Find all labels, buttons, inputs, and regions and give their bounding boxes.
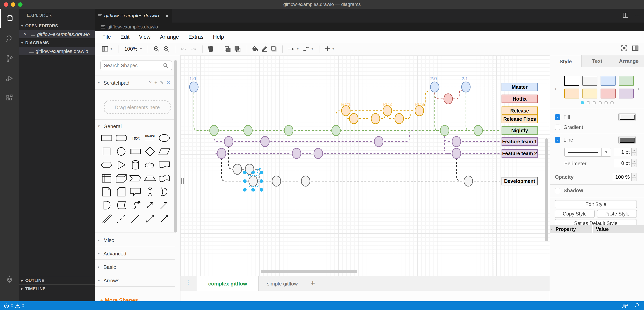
breadcrumb[interactable]: gitflow-examples.drawio (95, 23, 644, 31)
more-actions-icon[interactable]: ⋯ (634, 12, 640, 19)
shape-bidirectional-arrow[interactable] (143, 199, 157, 212)
commit-node[interactable] (284, 125, 293, 136)
shape-parallelogram[interactable] (157, 145, 172, 158)
shape-circle[interactable] (114, 145, 128, 158)
commit-node[interactable] (395, 113, 404, 124)
style-swatch[interactable] (564, 89, 579, 98)
commit-node[interactable] (224, 136, 233, 147)
scratchpad-edit-icon[interactable]: ✎ (160, 80, 164, 85)
style-swatch[interactable] (582, 89, 598, 98)
shape-callout[interactable] (128, 185, 143, 199)
branch-edge[interactable] (456, 158, 460, 181)
line-checkbox[interactable] (555, 137, 560, 142)
branch-edge[interactable] (435, 93, 443, 99)
branch-edge[interactable] (435, 93, 439, 130)
diagram-canvas[interactable]: 1.02.02.1RC1RC2RC3MasterHotfixReleaseRel… (180, 55, 550, 301)
branch-edge[interactable] (214, 135, 223, 141)
shape-search-input[interactable] (104, 63, 163, 68)
menu-view[interactable]: View (139, 34, 150, 40)
scratchpad-section[interactable]: ▾ Scratchpad ? + ✎ ✕ (98, 78, 173, 87)
branch-edge[interactable] (466, 93, 470, 130)
commit-node[interactable] (444, 94, 452, 104)
style-swatch[interactable] (582, 76, 598, 86)
commit-node[interactable] (292, 148, 301, 159)
fill-color-swatch[interactable] (618, 113, 636, 121)
waypoint-style-button[interactable]: ▼ (301, 44, 316, 54)
shapes-scrollbar[interactable] (174, 60, 177, 232)
line-style-dropdown[interactable]: ▼ (564, 148, 611, 157)
tab-gitflow-examples[interactable]: gitflow-examples.drawio × (95, 9, 172, 23)
open-editors-section[interactable]: ▾ OPEN EDITORS (19, 22, 95, 30)
shape-directional-connector[interactable] (157, 212, 172, 225)
property-table-header[interactable]: ▸ Property Value (550, 225, 644, 233)
gitflow-diagram[interactable]: 1.02.02.1RC1RC2RC3MasterHotfixReleaseRel… (180, 55, 550, 276)
shadow-button[interactable] (269, 44, 279, 54)
fill-color-button[interactable] (250, 44, 260, 54)
opacity-stepper[interactable]: ▲▼ (632, 173, 636, 181)
page-tab-simple-gitflow[interactable]: simple gitflow (259, 276, 306, 291)
diagrams-section[interactable]: ▾ DIAGRAMS (19, 39, 95, 47)
pagination-dot[interactable] (610, 101, 614, 104)
branch-edge[interactable] (444, 136, 451, 153)
shape-process[interactable] (128, 145, 143, 158)
menu-arrange[interactable]: Arrange (160, 34, 179, 40)
commit-node[interactable] (452, 148, 461, 159)
selection-handle[interactable] (251, 188, 255, 192)
shape-bidirectional-connector[interactable] (143, 212, 157, 225)
to-front-button[interactable] (223, 44, 232, 54)
shape-triangle[interactable] (114, 158, 128, 172)
shape-ellipse[interactable] (157, 131, 172, 145)
pagination-dot[interactable] (593, 101, 596, 104)
shape-rectangle[interactable] (100, 131, 114, 145)
menu-edit[interactable]: Edit (120, 34, 130, 40)
paste-style-button[interactable]: Paste Style (597, 210, 637, 218)
insert-button[interactable]: ▼ (323, 44, 336, 54)
branch-edge[interactable] (228, 146, 232, 169)
swatch-pagination[interactable] (550, 101, 644, 104)
shape-cube[interactable] (114, 172, 128, 185)
commit-node[interactable] (415, 106, 424, 116)
shape-diamond[interactable] (143, 145, 157, 158)
commit-node[interactable] (430, 82, 439, 92)
menu-file[interactable]: File (102, 34, 111, 40)
problems-indicator[interactable]: 0 0 (4, 303, 24, 308)
commit-node[interactable] (332, 125, 340, 136)
swatch-prev-icon[interactable]: ‹ (555, 85, 556, 92)
search-icon[interactable] (0, 29, 19, 48)
feedback-icon[interactable] (622, 303, 628, 308)
shape-internal-storage[interactable] (100, 172, 114, 185)
scratchpad-close-icon[interactable]: ✕ (167, 80, 170, 85)
style-swatch[interactable] (619, 89, 634, 98)
commit-node[interactable] (314, 148, 322, 159)
outline-section[interactable]: ▸ OUTLINE (19, 276, 95, 284)
canvas-grid[interactable]: 1.02.02.1RC1RC2RC3MasterHotfixReleaseRel… (180, 55, 550, 276)
shape-textbox[interactable]: Heading (143, 131, 157, 145)
pagination-dot[interactable] (598, 101, 602, 104)
shape-square[interactable] (100, 145, 114, 158)
line-color-button[interactable] (260, 44, 269, 54)
shape-rounded-rectangle[interactable] (114, 131, 128, 145)
scratchpad-help-icon[interactable]: ? (149, 80, 152, 85)
open-editor-item[interactable]: × gitflow-examples.drawio (19, 30, 95, 38)
shape-link[interactable] (100, 212, 114, 225)
commit-node[interactable] (301, 176, 310, 186)
extensions-icon[interactable] (0, 89, 19, 108)
canvas-vertical-scrollbar[interactable] (545, 138, 548, 241)
style-swatch[interactable] (619, 76, 634, 86)
perimeter-stepper[interactable]: ▲▼ (632, 159, 636, 167)
selection-handle[interactable] (243, 188, 246, 192)
canvas-horizontal-scrollbar[interactable] (260, 270, 357, 273)
section-basic[interactable]: ▸ Basic (98, 263, 173, 271)
edit-style-button[interactable]: Edit Style (555, 200, 637, 208)
selection-handle[interactable] (260, 188, 263, 192)
tab-arrange[interactable]: Arrange (613, 55, 644, 67)
commit-node[interactable] (350, 113, 358, 124)
style-swatch[interactable] (600, 89, 616, 98)
commit-node[interactable] (474, 125, 482, 136)
opacity-input[interactable]: 100 % (612, 173, 632, 181)
line-width-input[interactable]: 1 pt (614, 148, 632, 156)
minimize-traffic-light[interactable] (11, 2, 16, 7)
selection-handle[interactable] (251, 171, 255, 174)
commit-node[interactable] (371, 113, 380, 124)
branch-edge[interactable] (336, 111, 340, 125)
